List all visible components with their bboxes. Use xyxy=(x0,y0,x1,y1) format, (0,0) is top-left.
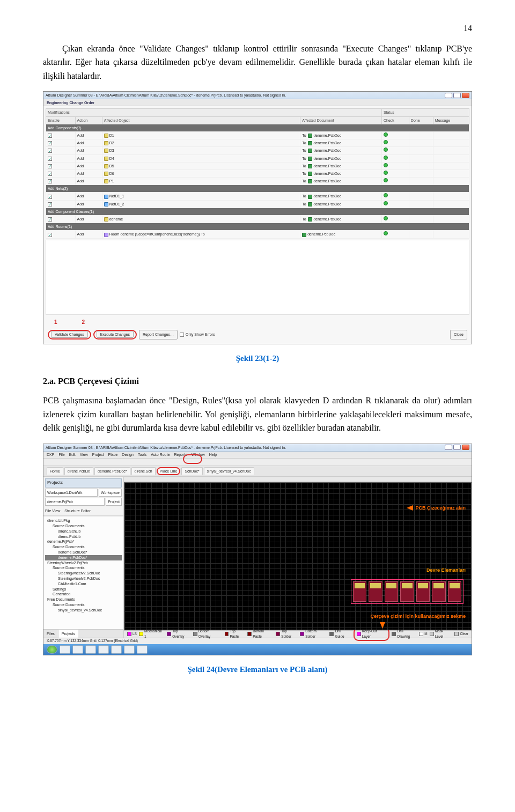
layer-tab[interactable]: Top Paste xyxy=(225,629,246,640)
col-status: Status xyxy=(381,109,469,116)
doc-tab[interactable]: SchDoc* xyxy=(181,467,202,475)
close-button[interactable]: Close xyxy=(450,330,467,339)
menu-design[interactable]: Design xyxy=(122,452,134,457)
tree-item[interactable]: Source Documents xyxy=(45,602,122,608)
layer-tab[interactable]: Clear xyxy=(454,631,468,637)
tree-item[interactable]: Steeringwheelv2.PcbDoc xyxy=(45,576,122,581)
doc-tab[interactable]: sinyal_devresi_v4.SchDoc xyxy=(204,467,254,475)
project-button[interactable]: Project xyxy=(106,498,122,506)
only-show-errors-label[interactable]: Only Show Errors xyxy=(186,331,215,337)
layer-tab[interactable]: Bottom Paste xyxy=(247,629,274,640)
menu-tools[interactable]: Tools xyxy=(138,452,146,457)
tree-item[interactable]: sinyal_devresi_v4.SchDoc xyxy=(45,608,122,613)
doc-tab[interactable]: direnc.PcbLib xyxy=(64,467,93,475)
structure-editor-radio[interactable]: Structure Editor xyxy=(64,508,91,514)
layer-tab[interactable]: Top Solder xyxy=(276,629,298,640)
close-button[interactable] xyxy=(462,93,469,98)
col-done: Done xyxy=(409,116,433,124)
tree-item[interactable]: Source Documents xyxy=(45,565,122,571)
task-icon[interactable] xyxy=(60,645,70,654)
doc-tab[interactable]: Place Line xyxy=(157,467,181,475)
note-elements: Devre Elemanları xyxy=(426,566,466,574)
layer-tab[interactable]: Mask Level xyxy=(430,629,453,640)
layer-tab[interactable]: Drill Drawing xyxy=(392,629,417,640)
taskbar xyxy=(43,644,472,655)
layer-tabs[interactable]: LSMechanical 1Top OverlayBottom OverlayT… xyxy=(124,630,472,638)
tree-item[interactable]: direnc.PcbLib xyxy=(45,534,122,540)
task-icon[interactable] xyxy=(124,645,135,654)
min-button[interactable] xyxy=(445,445,452,450)
tree-item[interactable]: Source Documents xyxy=(45,544,122,550)
tree-item[interactable]: deneme.PcbDoc* xyxy=(45,555,122,560)
layer-tab[interactable]: Mechanical 1 xyxy=(139,629,165,640)
task-icon[interactable] xyxy=(111,645,122,654)
menu-auto route[interactable]: Auto Route xyxy=(151,452,170,457)
layer-tab[interactable]: Bottom Overlay xyxy=(193,629,223,640)
layer-tab[interactable]: Drill Guide xyxy=(329,629,351,640)
projects-tab[interactable]: Projects xyxy=(58,630,78,638)
task-icon[interactable] xyxy=(85,645,96,654)
tree-item[interactable]: deneme.SchDoc* xyxy=(45,550,122,555)
report-changes-button[interactable]: Report Changes… xyxy=(139,330,178,339)
annotation-2: 2 xyxy=(82,318,85,327)
layer-tab[interactable]: Top Overlay xyxy=(167,629,191,640)
tree-item[interactable]: direnc.SchLib xyxy=(45,529,122,534)
layer-tab[interactable]: M xyxy=(419,631,427,637)
altium-screenshot: Altium Designer Summer 08 - E:\ARIBA\Alt… xyxy=(43,444,472,655)
menu-project[interactable]: Project xyxy=(92,452,104,457)
ad-titlebar: Altium Designer Summer 08 - E:\ARIBA\Alt… xyxy=(43,444,472,452)
tree-item[interactable]: SteeringWheelv2.PrjPcb xyxy=(45,560,122,566)
tree-item[interactable]: Settings xyxy=(45,587,122,592)
validate-changes-button[interactable]: Validate Changes xyxy=(51,331,88,338)
layer-tab[interactable]: Bottom Solder xyxy=(300,629,327,640)
pcb-canvas[interactable]: PCB Çizeceğimiz alan Devre Elemanları Çe… xyxy=(124,482,472,630)
annotation-1: 1 xyxy=(54,318,57,327)
workspace-button[interactable]: Workspace xyxy=(99,489,122,497)
menu-edit[interactable]: Edit xyxy=(69,452,76,457)
tree-item[interactable]: Generated xyxy=(45,592,122,597)
close-button[interactable] xyxy=(462,445,469,450)
ad-toolbar[interactable] xyxy=(43,459,472,466)
max-button[interactable] xyxy=(453,445,461,450)
tree-item[interactable]: deneme.PrjPcb* xyxy=(45,539,122,544)
tree-item[interactable]: direnc.LibPkg xyxy=(45,518,122,523)
col-check: Check xyxy=(381,116,409,124)
doc-tab[interactable]: Home xyxy=(47,467,63,475)
task-icon[interactable] xyxy=(137,645,148,654)
execute-changes-button[interactable]: Execute Changes xyxy=(97,331,134,338)
start-button[interactable] xyxy=(47,645,57,654)
menu-dxp[interactable]: DXP xyxy=(47,452,54,457)
ad-tabstrip[interactable]: Homedirenc.PcbLibdeneme.PcbDoc*direnc.Sc… xyxy=(43,466,472,477)
doc-tab[interactable]: direnc.Sch xyxy=(131,467,156,475)
checkbox-icon[interactable] xyxy=(48,134,52,138)
doc-tab[interactable]: deneme.PcbDoc* xyxy=(94,467,130,475)
workspace-dropdown[interactable]: Workspace1.DsnWrk xyxy=(45,489,98,497)
heading-2a: 2.a. PCB Çerçevesi Çizimi xyxy=(43,374,472,388)
max-button[interactable] xyxy=(453,93,461,98)
project-tree[interactable]: direnc.LibPkgSource Documentsdirenc.SchL… xyxy=(43,516,123,629)
menu-place[interactable]: Place xyxy=(108,452,118,457)
col-affdoc: Affected Document xyxy=(300,116,382,124)
tree-item[interactable]: Steeringwheelv2.SchDoc xyxy=(45,571,122,576)
eco-table: Modifications Status Enable Action Affec… xyxy=(46,108,469,238)
task-icon[interactable] xyxy=(98,645,109,654)
tree-item[interactable]: Source Documents xyxy=(45,523,122,529)
layer-tab[interactable]: LS xyxy=(127,631,137,637)
ad-menubar[interactable]: DXPFileEditViewProjectPlaceDesignToolsAu… xyxy=(43,452,472,459)
col-modifications: Modifications xyxy=(46,109,382,116)
tree-item[interactable]: Free Documents xyxy=(45,597,122,602)
col-action: Action xyxy=(75,116,102,124)
menu-help[interactable]: Help xyxy=(209,452,217,457)
tree-item[interactable]: CAMtastic1.Cam xyxy=(45,581,122,587)
task-icon[interactable] xyxy=(72,645,83,654)
min-button[interactable] xyxy=(445,93,452,98)
menu-file[interactable]: File xyxy=(58,452,64,457)
page-number: 14 xyxy=(43,21,472,35)
paragraph-2: PCB çalışmasına başlamadan önce "Design,… xyxy=(43,394,472,435)
file-view-radio[interactable]: File View xyxy=(45,508,60,514)
ad-title: Altium Designer Summer 08 - E:\ARIBA\Alt… xyxy=(46,445,286,451)
projects-panel: Projects Workspace1.DsnWrkWorkspace dene… xyxy=(43,477,124,638)
menu-view[interactable]: View xyxy=(80,452,88,457)
project-dropdown[interactable]: deneme.PrjPcb xyxy=(45,498,105,506)
files-tab[interactable]: Files xyxy=(43,630,58,638)
